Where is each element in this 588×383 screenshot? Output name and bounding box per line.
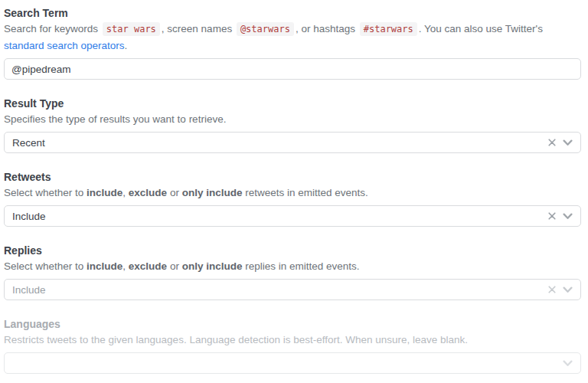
clear-icon[interactable] [548,139,556,146]
desc-text: . [125,40,128,51]
desc-text: Select whether to [4,187,87,198]
field-search-term: Search Term Search for keywords star war… [4,6,581,80]
desc-bold-only-include: only include [182,187,243,198]
desc-bold-exclude: exclude [129,187,167,198]
select-icons [563,360,573,367]
desc-text: Select whether to [4,260,87,272]
desc-text: or [167,260,182,272]
select-icons [548,212,573,220]
result-type-select[interactable]: Recent [4,132,581,153]
desc-text: Search for keywords [4,23,101,34]
field-languages: Languages Restricts tweets to the given … [4,317,581,374]
desc-text: or [167,187,182,198]
desc-text: . You can also use Twitter's [419,23,543,34]
trigger-config-form: Search Term Search for keywords star war… [0,0,588,374]
chevron-down-icon [563,360,573,367]
chevron-down-icon[interactable] [563,139,573,146]
field-replies: Replies Select whether to include, exclu… [4,244,581,300]
clear-icon[interactable] [548,286,556,293]
desc-text: , or hashtags [296,23,358,34]
retweets-select[interactable]: Include [4,205,581,227]
desc-bold-include: include [87,187,122,198]
retweets-description: Select whether to include, exclude or on… [4,185,581,201]
desc-bold-only-include: only include [182,260,243,272]
clear-icon[interactable] [548,212,556,220]
result-type-label: Result Type [4,97,581,111]
desc-text: Restricts tweets to the given languages.… [4,334,468,345]
search-term-input[interactable] [4,58,581,80]
languages-label: Languages [4,317,581,332]
replies-selected-value: Include [12,284,548,296]
chevron-down-icon[interactable] [563,213,573,220]
replies-select[interactable]: Include [4,279,581,300]
search-term-description: Search for keywords star wars, screen na… [4,21,581,54]
result-type-selected-value: Recent [12,137,548,149]
select-icons [548,286,573,293]
result-type-description: Specifies the type of results you want t… [4,111,581,127]
code-hashtag-example: #starwars [360,22,417,36]
languages-select [4,352,581,374]
desc-text: Specifies the type of results you want t… [4,113,226,125]
replies-label: Replies [4,244,581,258]
retweets-selected-value: Include [12,211,548,222]
replies-description: Select whether to include, exclude or on… [4,258,581,274]
desc-text: , [122,187,129,198]
desc-bold-include: include [87,260,122,272]
desc-text: retweets in emitted events. [242,187,368,198]
code-keyword-example: star wars [103,22,160,36]
chevron-down-icon[interactable] [563,286,573,293]
desc-bold-exclude: exclude [129,260,167,272]
languages-description: Restricts tweets to the given languages.… [4,332,581,348]
desc-text: , [122,260,129,272]
desc-text: replies in emitted events. [242,260,359,272]
code-screen-name-example: @starwars [237,22,294,36]
select-icons [548,139,573,146]
retweets-label: Retweets [4,170,581,185]
desc-text: , screen names [162,23,235,34]
field-retweets: Retweets Select whether to include, excl… [4,170,581,227]
field-result-type: Result Type Specifies the type of result… [4,97,581,153]
search-term-label: Search Term [4,6,581,21]
standard-search-operators-link[interactable]: standard search operators [4,40,125,51]
